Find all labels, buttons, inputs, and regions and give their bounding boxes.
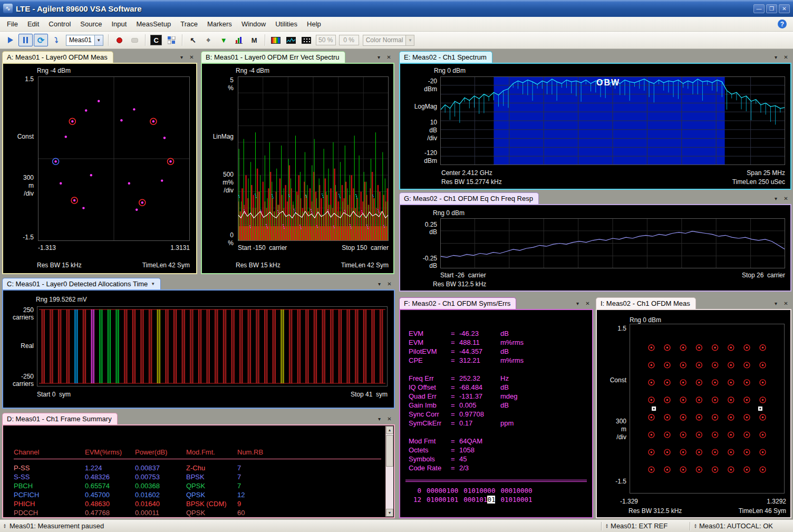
close-window-button[interactable]: ✕ — [779, 4, 790, 13]
y-axis-label: dB — [400, 262, 437, 269]
y-axis-label: LinMag — [202, 133, 234, 140]
y-axis-label: /div — [3, 190, 34, 197]
panel-c-minimize-button[interactable]: ▾ — [375, 280, 383, 287]
trace-select-dropdown-icon[interactable]: ▼ — [151, 282, 155, 286]
range-label: Rng 0 dBm — [434, 67, 466, 74]
table-header-row: ChannelEVM(%rms)Power(dB)Mod.Fmt.Num.RB — [14, 448, 381, 457]
frame-summary-row: P-SS1.2240.00837Z-Chu7 — [14, 463, 381, 472]
panel-e-tab[interactable]: E: Meas02 - Ch1 Spectrum — [399, 51, 492, 63]
play-icon — [8, 37, 13, 43]
panel-a-body: Rng -4 dBm 1.5 Const 300 m /div -1.5 -1.… — [2, 63, 197, 274]
range-label: Rng 199.5262 mV — [36, 296, 87, 303]
restore-window-button[interactable]: ❐ — [766, 4, 777, 13]
frame-summary-row: PBCH0.655740.00368QPSK7 — [14, 481, 381, 490]
spectrogram-color-button[interactable] — [269, 34, 283, 46]
marker-table-button[interactable]: M — [247, 34, 262, 46]
panel-b-close-button[interactable]: ✕ — [385, 53, 393, 61]
error-spectrum-plot[interactable] — [238, 76, 389, 241]
panel-i-minimize-button[interactable]: ▾ — [772, 299, 780, 307]
single-acquisition-icon: ⤵ — [54, 36, 58, 44]
panel-d-title: D: Meas01 - Ch1 Frame Summary — [7, 415, 112, 423]
panel-a-tab[interactable]: A: Meas01 - Layer0 OFDM Meas — [2, 51, 113, 63]
menu-help[interactable]: Help — [302, 17, 326, 31]
menu-control[interactable]: Control — [44, 17, 75, 31]
correction-button[interactable]: C — [149, 34, 163, 46]
y-axis-label: 300 — [597, 418, 626, 425]
frame-summary-scrollbar[interactable]: ▲ ▼ — [385, 426, 393, 517]
panel-a-close-button[interactable]: ✕ — [188, 53, 196, 61]
panel-f-minimize-button[interactable]: ▾ — [574, 299, 582, 307]
menu-file[interactable]: File — [2, 17, 23, 31]
menu-markers[interactable]: Markers — [202, 17, 237, 31]
spectrum-plot[interactable] — [440, 76, 785, 165]
panel-g-close-button[interactable]: ✕ — [782, 195, 790, 202]
spectrum-display-button[interactable] — [284, 34, 298, 46]
qam-constellation-plot[interactable] — [630, 324, 785, 494]
panel-d-close-button[interactable]: ✕ — [385, 415, 393, 422]
y-axis-label: 500 — [202, 171, 234, 178]
range-label: Rng 0 dBm — [630, 316, 661, 324]
scroll-down-icon[interactable]: ▼ — [386, 509, 393, 517]
x-axis-label: Start -150 carrier — [238, 244, 287, 252]
layout-button[interactable] — [165, 34, 179, 46]
panel-f-close-button[interactable]: ✕ — [584, 299, 592, 307]
pointer-icon: ↖ — [190, 36, 196, 44]
allocations-plot[interactable] — [37, 306, 388, 386]
minimize-window-button[interactable]: — — [753, 4, 765, 13]
scroll-thumb[interactable] — [386, 435, 393, 467]
constellation-display-button[interactable] — [299, 34, 314, 46]
panel-d-tab[interactable]: D: Meas01 - Ch1 Frame Summary — [2, 413, 118, 424]
bar-display-button[interactable] — [232, 34, 246, 46]
panel-e-minimize-button[interactable]: ▾ — [772, 53, 780, 61]
help-icon[interactable]: ? — [778, 20, 787, 28]
pause-button[interactable] — [18, 34, 33, 46]
repeat-button[interactable]: ⟳ — [34, 34, 48, 46]
single-button[interactable]: ⤵ — [49, 34, 63, 46]
freq-resp-plot[interactable] — [440, 218, 785, 268]
menu-edit[interactable]: Edit — [23, 17, 44, 31]
menu-meassetup[interactable]: MeasSetup — [131, 17, 176, 31]
pointer-tool-button[interactable]: ↖ — [186, 34, 200, 46]
panel-b-tab[interactable]: B: Meas01 - Layer0 OFDM Err Vect Spectru — [201, 51, 345, 63]
status-spinner[interactable]: ▲▼ — [692, 524, 699, 529]
menu-utilities[interactable]: Utilities — [270, 17, 302, 31]
panel-d-minimize-button[interactable]: ▾ — [375, 415, 383, 422]
panel-c-close-button[interactable]: ✕ — [385, 280, 393, 287]
panel-g-minimize-button[interactable]: ▾ — [772, 195, 780, 202]
panel-i-close-button[interactable]: ✕ — [782, 299, 790, 307]
frame-summary-row: PDCCH0.477680.00011QPSK60 — [14, 508, 381, 517]
constellation-plot[interactable] — [38, 76, 190, 241]
panel-i-tab[interactable]: I: Meas02 - Ch1 OFDM Meas — [596, 297, 696, 309]
measurement-select[interactable]: Meas01 ▼ — [66, 35, 103, 46]
panel-a-minimize-button[interactable]: ▾ — [178, 53, 186, 61]
panel-f-tab[interactable]: F: Meas02 - Ch1 OFDM Syms/Errs — [399, 297, 516, 309]
scroll-up-icon[interactable]: ▲ — [386, 426, 393, 434]
panel-e-spectrum: E: Meas02 - Ch1 Spectrum ▾ ✕ Rng 0 dBm -… — [399, 51, 791, 190]
panel-f-syms-errs: F: Meas02 - Ch1 OFDM Syms/Errs ▾ ✕ EVM=-… — [399, 297, 593, 518]
titlebar: ∿ LTE - Agilent 89600 VSA Software — ❐ ✕ — [0, 0, 793, 17]
marker-select-button[interactable]: ⌖ — [201, 34, 216, 46]
range-label: Rng 0 dBm — [433, 209, 465, 217]
menu-trace[interactable]: Trace — [176, 17, 202, 31]
y-axis-label: dB — [400, 228, 437, 236]
panel-e-close-button[interactable]: ✕ — [782, 53, 790, 61]
toolbar-separator — [265, 34, 266, 46]
status-spinner[interactable]: ▲▼ — [1, 524, 8, 529]
result-row: Sync Corr=0.97708 — [409, 410, 588, 419]
menu-source[interactable]: Source — [75, 17, 107, 31]
run-button[interactable] — [3, 34, 17, 46]
peak-search-button[interactable]: ▼ — [217, 34, 231, 46]
panel-g-tab[interactable]: G: Meas02 - Ch1 OFDM Eq Ch Freq Resp — [399, 192, 539, 204]
menu-input[interactable]: Input — [107, 17, 131, 31]
y-axis-label: Real — [3, 342, 34, 350]
res-bw-label: Res BW 312.5 kHz — [433, 280, 486, 288]
y-axis-label: 5 — [202, 76, 234, 84]
y-axis-label: dBm — [400, 157, 437, 165]
menu-window[interactable]: Window — [237, 17, 270, 31]
panel-b-minimize-button[interactable]: ▾ — [375, 53, 383, 61]
spectrogram-color-icon — [271, 37, 281, 44]
panel-c-tab[interactable]: C: Meas01 - Layer0 Detected Allocations … — [2, 278, 161, 289]
result-row: Gain Imb=0.005dB — [409, 401, 588, 410]
record-button[interactable] — [112, 34, 127, 46]
status-spinner[interactable]: ▲▼ — [603, 524, 611, 529]
